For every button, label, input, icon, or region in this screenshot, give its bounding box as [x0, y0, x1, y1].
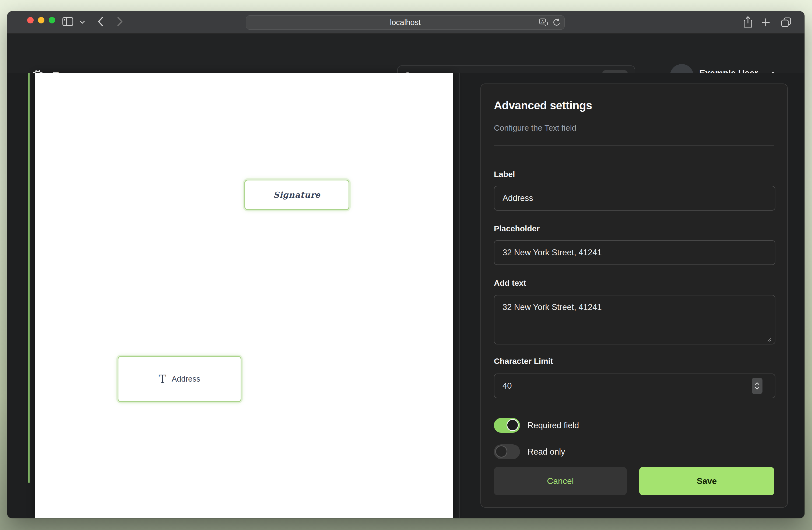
signature-field-label: Signature [273, 190, 321, 199]
panel-subtitle: Configure the Text field [494, 123, 576, 132]
close-window-button[interactable] [27, 17, 34, 24]
browser-toolbar: localhost A [7, 11, 804, 34]
read-only-label: Read only [527, 447, 565, 457]
placeholder-field-label: Placeholder [494, 224, 540, 233]
read-only-toggle[interactable] [494, 444, 520, 459]
text-field-icon: T [159, 374, 166, 385]
placeholder-input[interactable] [494, 240, 775, 265]
add-text-textarea[interactable]: 32 New York Street, 41241 [494, 295, 775, 345]
recipient-color-line [28, 73, 30, 483]
browser-window: localhost A [7, 11, 804, 518]
text-field-address[interactable]: T Address [118, 356, 242, 402]
toggle-knob [507, 419, 519, 431]
document-page: Signature T Address [35, 73, 453, 518]
translate-icon[interactable]: A [539, 18, 548, 27]
signature-field[interactable]: Signature [244, 180, 349, 210]
toggle-knob [495, 445, 507, 458]
tab-overview-icon[interactable] [781, 17, 792, 27]
minimize-window-button[interactable] [38, 17, 44, 24]
share-icon[interactable] [742, 16, 753, 29]
character-limit-field-label: Character Limit [494, 357, 553, 366]
address-bar[interactable]: localhost A [246, 15, 565, 30]
number-stepper[interactable] [752, 378, 763, 394]
forward-icon[interactable] [116, 16, 124, 27]
character-limit-input[interactable] [494, 374, 775, 398]
add-text-field-label: Add text [494, 278, 526, 288]
panel-title: Advanced settings [494, 99, 592, 112]
stepper-down-icon [755, 387, 759, 390]
panel-divider [494, 145, 774, 146]
chevron-down-icon[interactable] [79, 20, 85, 24]
zoom-window-button[interactable] [49, 17, 55, 24]
main-content: Signature T Address Advanced settings Co… [7, 73, 804, 518]
label-field-label: Label [494, 170, 515, 179]
new-tab-icon[interactable] [760, 17, 771, 27]
label-input[interactable] [494, 186, 775, 211]
reload-icon[interactable] [552, 18, 561, 27]
content-divider [460, 73, 460, 518]
back-icon[interactable] [97, 16, 104, 27]
advanced-settings-panel: Advanced settings Configure the Text fie… [480, 83, 788, 508]
required-field-label: Required field [527, 421, 579, 430]
app-header: Documenso Documents Templates Search ⌘+K… [7, 34, 804, 73]
svg-text:A: A [541, 19, 544, 24]
sidebar-toggle-icon[interactable] [62, 16, 73, 27]
required-field-toggle[interactable] [494, 418, 520, 433]
url-text: localhost [390, 18, 421, 27]
stepper-up-icon [755, 382, 759, 386]
text-field-label: Address [172, 375, 200, 383]
cancel-button[interactable]: Cancel [494, 467, 627, 495]
desktop: localhost A [0, 0, 812, 530]
save-button[interactable]: Save [639, 467, 774, 495]
